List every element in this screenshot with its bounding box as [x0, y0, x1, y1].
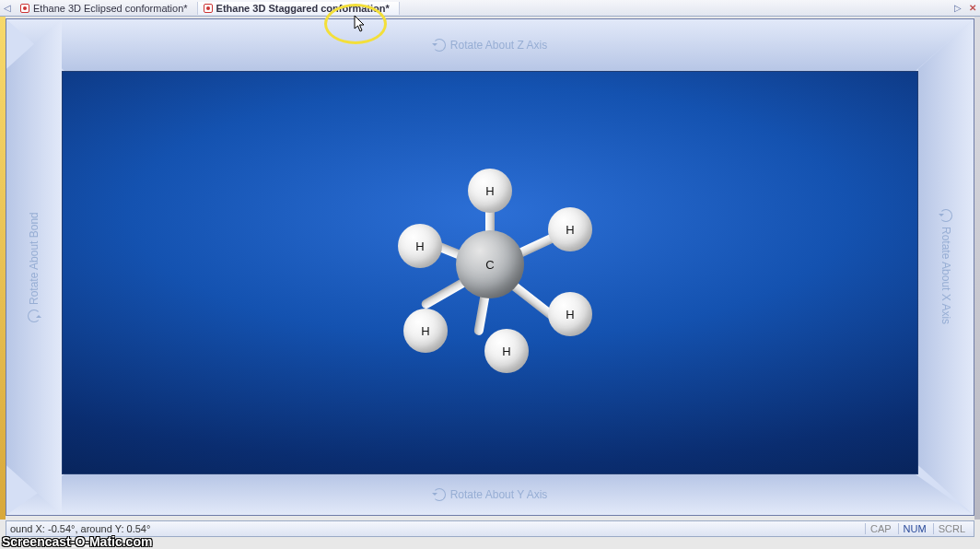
tab-eclipsed[interactable]: Ethane 3D Eclipsed conformation* [15, 2, 198, 15]
atom-hydrogen: H [484, 329, 529, 373]
right-edge-stripe [974, 17, 980, 520]
rotate-x-label: Rotate About X Axis [939, 227, 952, 324]
rotate-icon [433, 39, 446, 52]
tab-label: Ethane 3D Eclipsed conformation* [33, 3, 188, 14]
tab-bar: ◁ Ethane 3D Eclipsed conformation* Ethan… [0, 0, 980, 17]
tab-scroll-left[interactable]: ◁ [0, 3, 15, 13]
molecule-doc-icon [204, 4, 213, 13]
viewport-3d[interactable]: Rotate About Z Axis Rotate About Y Axis … [6, 18, 974, 516]
atom-hydrogen: H [398, 224, 442, 268]
rotate-icon [939, 209, 952, 222]
atom-hydrogen: H [403, 309, 448, 353]
tab-scroll-right[interactable]: ▷ [951, 3, 965, 13]
status-coords: ound X: -0.54°, around Y: 0.54° [10, 523, 150, 534]
atom-hydrogen: H [548, 207, 592, 251]
atom-carbon: C [456, 230, 524, 298]
rotate-y-face[interactable]: Rotate About Y Axis [6, 474, 974, 515]
status-scrl: SCRL [933, 523, 970, 534]
viewport-canvas[interactable]: H H H H H H C [62, 71, 918, 474]
status-cap: CAP [865, 523, 896, 534]
rotate-icon [433, 488, 446, 501]
rotate-bond-face[interactable]: Rotate About Bond [6, 19, 62, 515]
tab-label: Ethane 3D Staggared conformation* [216, 3, 390, 14]
rotate-x-face[interactable]: Rotate About X Axis [918, 19, 974, 515]
status-num: NUM [898, 523, 931, 534]
rotate-z-face[interactable]: Rotate About Z Axis [6, 19, 974, 71]
watermark: Screencast-O-Matic.com [0, 534, 154, 549]
rotate-y-label: Rotate About Y Axis [450, 488, 548, 501]
atom-hydrogen: H [548, 292, 592, 336]
rotate-icon [28, 310, 41, 322]
atom-hydrogen: H [468, 169, 512, 213]
molecule: H H H H H H C [370, 145, 610, 384]
tab-staggered[interactable]: Ethane 3D Staggared conformation* [198, 2, 400, 15]
tab-close[interactable]: ✕ [965, 3, 980, 13]
rotate-bond-label: Rotate About Bond [28, 212, 41, 305]
rotate-z-label: Rotate About Z Axis [450, 39, 547, 52]
molecule-doc-icon [20, 4, 29, 13]
